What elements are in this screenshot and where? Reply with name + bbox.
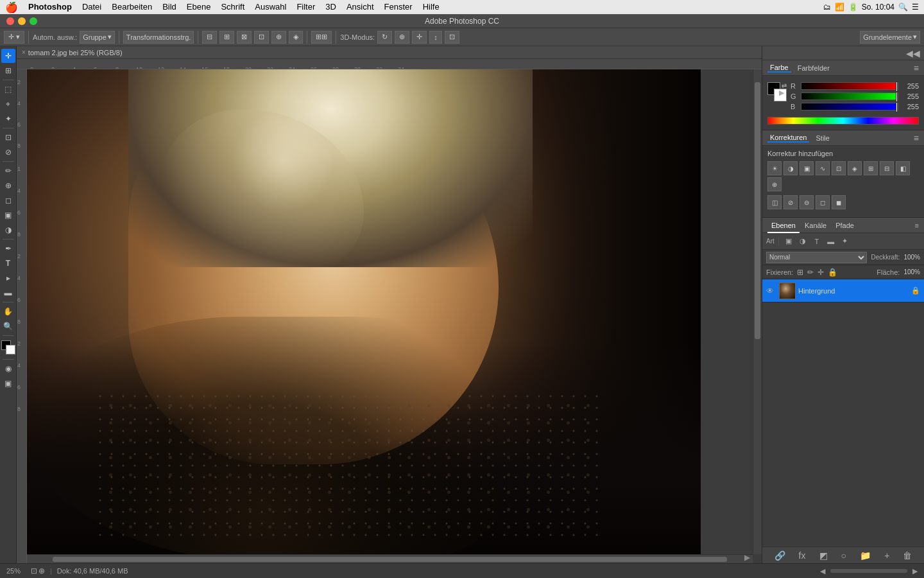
menu-auswahl[interactable]: Auswahl bbox=[250, 0, 291, 14]
tool-hand[interactable]: ✋ bbox=[1, 304, 15, 319]
3d-pan[interactable]: ✛ bbox=[412, 31, 427, 44]
tool-clone[interactable]: ⊕ bbox=[1, 179, 15, 193]
menu-ansicht[interactable]: Ansicht bbox=[341, 0, 379, 14]
layers-tab[interactable]: Ebenen bbox=[767, 218, 800, 233]
correction-invert[interactable]: ⊖ bbox=[800, 195, 814, 209]
correction-channelmixer[interactable]: ◫ bbox=[767, 195, 782, 209]
color-tab[interactable]: Farbe bbox=[767, 64, 791, 73]
color-mode-arrow[interactable]: ▶ bbox=[779, 89, 784, 97]
tool-marquee-rect[interactable]: ⬚ bbox=[1, 82, 15, 96]
corrections-panel-menu[interactable]: ≡ bbox=[914, 133, 919, 143]
layer-link-btn[interactable]: 🔗 bbox=[774, 550, 785, 561]
timeline-scrubber[interactable] bbox=[830, 569, 907, 573]
layer-hintergrund[interactable]: 👁 Hintergrund 🔒 bbox=[762, 279, 924, 302]
3d-rotate[interactable]: ↻ bbox=[377, 31, 392, 44]
layer-delete-btn[interactable]: 🗑 bbox=[903, 550, 912, 561]
align-left-btn[interactable]: ⊟ bbox=[202, 31, 217, 44]
tool-magic-wand[interactable]: ✦ bbox=[1, 112, 15, 126]
correction-hue[interactable]: ⊞ bbox=[864, 161, 878, 175]
tool-pen[interactable]: ✒ bbox=[1, 241, 15, 256]
align-top-btn[interactable]: ⊡ bbox=[254, 31, 269, 44]
layer-adjustment-btn[interactable]: ○ bbox=[841, 550, 846, 561]
layer-new-btn[interactable]: + bbox=[884, 550, 889, 561]
tool-gradient[interactable]: ▣ bbox=[1, 208, 15, 222]
pixel-filter[interactable]: ▣ bbox=[783, 236, 794, 247]
correction-curves[interactable]: ∿ bbox=[816, 161, 830, 175]
correction-brightness[interactable]: ☀ bbox=[767, 161, 782, 175]
swatches-tab[interactable]: Farbfelder bbox=[795, 64, 832, 72]
preset-dropdown[interactable]: Grundelemente▾ bbox=[860, 31, 920, 44]
spectrum-bar[interactable] bbox=[767, 117, 919, 125]
tool-path-select[interactable]: ▸ bbox=[1, 271, 15, 285]
align-mid-btn[interactable]: ⊕ bbox=[271, 31, 286, 44]
blend-mode-select[interactable]: Normal bbox=[766, 252, 867, 263]
tool-eyedropper[interactable]: ⊘ bbox=[1, 145, 15, 159]
correction-vibrance[interactable]: ◈ bbox=[848, 161, 862, 175]
fill-value[interactable]: 100% bbox=[903, 268, 920, 276]
scroll-nav-right[interactable]: ▶ bbox=[744, 553, 750, 562]
document-tab[interactable]: × tomam 2.jpg bei 25% (RGB/8) bbox=[17, 46, 762, 59]
menu-datei[interactable]: Datei bbox=[77, 0, 107, 14]
lock-position[interactable]: ✏ bbox=[807, 268, 814, 277]
status-icon1[interactable]: ⊡ bbox=[31, 566, 37, 575]
autoselect-dropdown[interactable]: Gruppe▾ bbox=[80, 31, 115, 44]
lock-pixels[interactable]: ⊞ bbox=[797, 268, 803, 277]
tool-zoom[interactable]: 🔍 bbox=[1, 319, 15, 333]
status-icon2[interactable]: ⊕ bbox=[38, 566, 45, 575]
close-doc-x[interactable]: × bbox=[22, 49, 26, 56]
align-bottom-btn[interactable]: ◈ bbox=[289, 31, 303, 44]
channels-tab[interactable]: Kanäle bbox=[801, 218, 830, 233]
correction-photo[interactable]: ⊕ bbox=[767, 177, 782, 191]
layers-panel-menu[interactable]: ≡ bbox=[915, 222, 919, 229]
menu-bearbeiten[interactable]: Bearbeiten bbox=[107, 0, 157, 14]
tool-lasso[interactable]: ⌖ bbox=[1, 97, 15, 111]
correction-exposure[interactable]: ⊡ bbox=[832, 161, 846, 175]
3d-slide[interactable]: ↕ bbox=[429, 31, 442, 44]
g-slider[interactable] bbox=[801, 92, 898, 100]
correction-threshold[interactable]: ◼ bbox=[832, 195, 846, 209]
search-icon[interactable]: 🔍 bbox=[898, 3, 908, 12]
correction-contrast[interactable]: ◑ bbox=[783, 161, 798, 175]
tool-text[interactable]: T bbox=[1, 256, 15, 270]
tool-move[interactable]: ✛ bbox=[1, 49, 15, 63]
layer-thumbnail[interactable] bbox=[779, 283, 796, 299]
lock-artboard[interactable]: ✛ bbox=[817, 268, 824, 277]
maximize-button[interactable] bbox=[30, 17, 37, 25]
layer-mask-btn[interactable]: ◩ bbox=[819, 550, 828, 561]
menu-hilfe[interactable]: Hilfe bbox=[418, 0, 445, 14]
menu-filter[interactable]: Filter bbox=[291, 0, 320, 14]
r-slider[interactable] bbox=[801, 82, 898, 90]
menu-photoshop[interactable]: Photoshop bbox=[23, 0, 77, 14]
correction-posterize[interactable]: ◻ bbox=[816, 195, 830, 209]
adjustment-filter[interactable]: ◑ bbox=[797, 236, 809, 247]
menu-bild[interactable]: Bild bbox=[157, 0, 182, 14]
minimize-button[interactable] bbox=[18, 17, 26, 25]
tool-screen-mode[interactable]: ▣ bbox=[1, 376, 15, 390]
color-panel-header[interactable]: Farbe Farbfelder ≡ bbox=[762, 60, 924, 76]
lock-all[interactable]: 🔒 bbox=[828, 268, 837, 277]
correction-bw[interactable]: ◧ bbox=[896, 161, 910, 175]
zoom-level[interactable]: 25% bbox=[6, 567, 26, 575]
menu-ebene[interactable]: Ebene bbox=[182, 0, 216, 14]
layer-fx-btn[interactable]: fx bbox=[799, 550, 806, 561]
scrub-right[interactable]: ▶ bbox=[912, 567, 918, 575]
menu-fenster[interactable]: Fenster bbox=[379, 0, 418, 14]
tool-quickmask[interactable]: ◉ bbox=[1, 362, 15, 376]
move-tool-option[interactable]: ✛ ▾ bbox=[4, 31, 24, 44]
correction-levels[interactable]: ▣ bbox=[800, 161, 814, 175]
3d-roll[interactable]: ⊕ bbox=[395, 31, 409, 44]
text-filter[interactable]: T bbox=[811, 236, 823, 247]
paths-tab[interactable]: Pfade bbox=[832, 218, 858, 233]
tool-crop[interactable]: ⊡ bbox=[1, 130, 15, 144]
color-panel-menu[interactable]: ≡ bbox=[914, 63, 919, 73]
background-color[interactable] bbox=[6, 345, 15, 355]
color-swatch[interactable] bbox=[1, 340, 15, 355]
correction-colorbalance[interactable]: ⊟ bbox=[880, 161, 894, 175]
tool-artboard[interactable]: ⊞ bbox=[1, 64, 15, 78]
close-button[interactable] bbox=[6, 17, 14, 25]
smart-filter[interactable]: ✦ bbox=[839, 236, 851, 247]
shape-filter[interactable]: ▬ bbox=[825, 236, 837, 247]
apple-menu[interactable]: 🍎 bbox=[5, 1, 18, 13]
menu-icon[interactable]: ☰ bbox=[912, 3, 919, 12]
tool-eraser[interactable]: ◻ bbox=[1, 193, 15, 207]
